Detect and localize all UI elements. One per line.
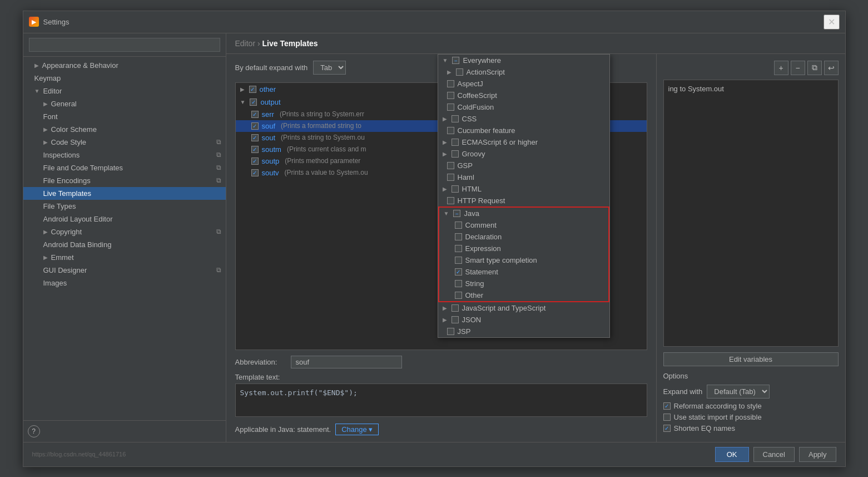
group-checkbox[interactable] [250, 99, 257, 106]
dropdown-item-java[interactable]: ▼ − Java [439, 208, 608, 219]
group-checkbox[interactable] [249, 86, 256, 93]
remove-button[interactable]: − [791, 61, 805, 75]
shorten-eq-checkbox[interactable] [663, 425, 671, 432]
sidebar-item-live-templates[interactable]: Live Templates [23, 187, 226, 200]
item-checkbox[interactable] [251, 111, 259, 118]
edit-variables-button[interactable]: Edit variables [663, 352, 839, 366]
undo-button[interactable]: ↩ [824, 61, 839, 75]
dropdown-item-statement[interactable]: Statement ← [439, 266, 608, 278]
item-checkbox[interactable] [251, 158, 259, 165]
copy-icon: ⧉ [216, 151, 221, 159]
sidebar-item-appearance[interactable]: ▶ Appearance & Behavior [23, 59, 226, 72]
copy-button[interactable]: ⧉ [807, 61, 822, 75]
dropdown-item-http-request[interactable]: HTTP Request [438, 195, 609, 206]
sidebar-item-gui-designer[interactable]: GUI Designer ⧉ [23, 264, 226, 277]
change-button[interactable]: Change ▾ [335, 424, 379, 435]
static-import-checkbox[interactable] [663, 414, 671, 421]
dropdown-label: Cucumber feature [458, 126, 515, 135]
cancel-button[interactable]: Cancel [753, 447, 795, 462]
dropdown-item-other-java[interactable]: Other [439, 289, 608, 301]
sidebar-item-file-code-templates[interactable]: File and Code Templates ⧉ [23, 161, 226, 174]
sidebar-item-code-style[interactable]: ▶ Code Style ⧉ [23, 136, 226, 149]
sidebar-item-inspections[interactable]: Inspections ⧉ [23, 149, 226, 161]
close-button[interactable]: ✕ [824, 14, 840, 29]
sidebar-item-android-data[interactable]: Android Data Binding [23, 238, 226, 251]
sidebar-item-copyright[interactable]: ▶ Copyright ⧉ [23, 225, 226, 238]
css-checkbox[interactable] [452, 115, 459, 122]
dropdown-item-actionscript[interactable]: ▶ ActionScript [438, 66, 609, 78]
jsp-checkbox[interactable] [447, 328, 454, 335]
dropdown-item-css[interactable]: ▶ CSS [438, 113, 609, 125]
search-input[interactable] [29, 38, 220, 52]
sidebar-item-file-encodings[interactable]: File Encodings ⧉ [23, 174, 226, 187]
add-button[interactable]: + [774, 61, 788, 75]
dropdown-item-html[interactable]: ▶ HTML [438, 183, 609, 195]
sidebar-item-emmet[interactable]: ▶ Emmet [23, 251, 226, 264]
dropdown-item-js-ts[interactable]: ▶ JavaScript and TypeScript [438, 302, 609, 314]
item-checkbox[interactable] [251, 122, 259, 130]
json-checkbox[interactable] [452, 316, 459, 323]
html-checkbox[interactable] [452, 185, 459, 193]
smart-type-checkbox[interactable] [455, 257, 462, 264]
ok-button[interactable]: OK [715, 447, 749, 462]
statement-checkbox[interactable] [455, 268, 462, 276]
dropdown-item-expression[interactable]: Expression [439, 243, 608, 254]
actionscript-checkbox[interactable] [456, 68, 463, 76]
apply-button[interactable]: Apply [799, 447, 836, 462]
groovy-checkbox[interactable] [452, 150, 459, 158]
aspectj-checkbox[interactable] [447, 80, 454, 87]
gsp-checkbox[interactable] [447, 162, 454, 169]
js-ts-checkbox[interactable] [452, 304, 459, 312]
dropdown-item-gsp[interactable]: GSP [438, 160, 609, 171]
dropdown-item-everywhere[interactable]: ▼ − Everywhere [438, 55, 609, 66]
help-button[interactable]: ? [28, 425, 40, 437]
dropdown-item-aspectj[interactable]: AspectJ [438, 78, 609, 90]
sidebar-item-android-layout[interactable]: Android Layout Editor [23, 213, 226, 225]
comment-checkbox[interactable] [455, 222, 462, 229]
sidebar-item-font[interactable]: Font [23, 110, 226, 123]
reformat-checkbox[interactable] [663, 402, 671, 410]
item-checkbox[interactable] [251, 146, 259, 153]
dropdown-item-json[interactable]: ▶ JSON [438, 314, 609, 326]
item-checkbox[interactable] [251, 169, 259, 176]
template-code[interactable]: System.out.printf("$END$"); [235, 383, 647, 417]
sidebar-item-label: File Types [43, 202, 76, 210]
dropdown-item-cucumber[interactable]: Cucumber feature [438, 125, 609, 136]
item-name: soutv [262, 169, 279, 177]
sidebar-item-file-types[interactable]: File Types [23, 200, 226, 213]
java-checkbox[interactable]: − [453, 210, 460, 217]
copy-icon: ⧉ [216, 164, 221, 171]
sidebar-item-keymap[interactable]: Keymap [23, 72, 226, 85]
everywhere-checkbox[interactable]: − [452, 57, 459, 64]
arrow-icon: ▼ [34, 88, 40, 94]
expand-with-select[interactable]: Default (Tab) [707, 385, 770, 399]
sidebar-item-color-scheme[interactable]: ▶ Color Scheme [23, 123, 226, 136]
haml-checkbox[interactable] [447, 174, 454, 181]
sidebar-item-images[interactable]: Images [23, 277, 226, 289]
dropdown-item-ecmascript[interactable]: ▶ ECMAScript 6 or higher [438, 136, 609, 148]
http-request-checkbox[interactable] [447, 197, 454, 204]
dropdown-item-groovy[interactable]: ▶ Groovy [438, 148, 609, 160]
dropdown-item-smart-type[interactable]: Smart type completion [439, 254, 608, 266]
coldfusion-checkbox[interactable] [447, 104, 454, 111]
sidebar-item-editor[interactable]: ▼ Editor [23, 85, 226, 97]
dropdown-item-haml[interactable]: Haml [438, 171, 609, 183]
expression-checkbox[interactable] [455, 245, 462, 252]
dropdown-item-comment[interactable]: Comment [439, 219, 608, 231]
declaration-checkbox[interactable] [455, 233, 462, 240]
dropdown-item-string[interactable]: String [439, 278, 608, 289]
item-checkbox[interactable] [251, 134, 259, 141]
coffeescript-checkbox[interactable] [447, 92, 454, 99]
dropdown-item-jsp[interactable]: JSP [438, 326, 609, 337]
ecmascript-checkbox[interactable] [452, 139, 459, 146]
group-label: output [260, 98, 280, 106]
dropdown-item-coldfusion[interactable]: ColdFusion [438, 101, 609, 113]
dropdown-item-coffeescript[interactable]: CoffeeScript [438, 90, 609, 101]
abbreviation-input[interactable] [291, 356, 402, 368]
expand-select[interactable]: Tab [313, 61, 346, 75]
string-checkbox[interactable] [455, 280, 462, 287]
sidebar-item-general[interactable]: ▶ General [23, 97, 226, 110]
other-java-checkbox[interactable] [455, 292, 462, 299]
cucumber-checkbox[interactable] [447, 127, 454, 134]
dropdown-item-declaration[interactable]: Declaration [439, 231, 608, 243]
